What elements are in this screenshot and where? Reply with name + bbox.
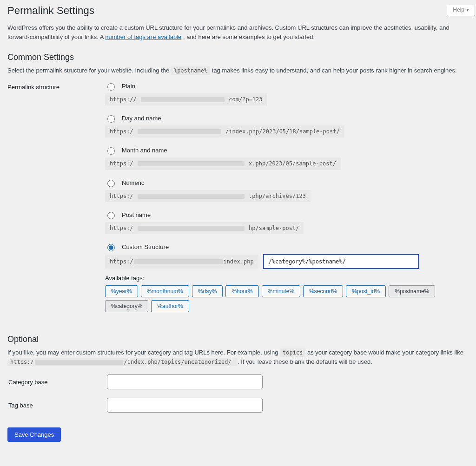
optional-desc: If you like, you may enter custom struct… xyxy=(7,348,469,366)
structure-option-custom: Custom Structure https:/ index.php xyxy=(105,243,469,312)
tag-button-monthnum[interactable]: %monthnum% xyxy=(141,285,189,297)
common-settings-heading: Common Settings xyxy=(7,53,469,62)
help-tab[interactable]: Help▾ xyxy=(447,5,475,16)
help-tab-label: Help xyxy=(453,7,464,13)
example-month-name: https:/ x.php/2023/05/sample-post/ xyxy=(105,158,341,170)
topics-code: topics xyxy=(280,348,305,357)
radio-day-name[interactable] xyxy=(107,115,115,123)
optional-heading: Optional xyxy=(7,335,469,344)
tag-button-day[interactable]: %day% xyxy=(192,285,223,297)
radio-month-name[interactable] xyxy=(107,147,115,155)
custom-url-prefix: https:/ index.php xyxy=(105,255,258,269)
chevron-down-icon: ▾ xyxy=(466,7,469,13)
tag-button-hour[interactable]: %hour% xyxy=(225,285,258,297)
tag-button-post_id[interactable]: %post_id% xyxy=(346,285,386,297)
tag-button-year[interactable]: %year% xyxy=(105,285,138,297)
tag-button-second[interactable]: %second% xyxy=(303,285,343,297)
available-tags-label: Available tags: xyxy=(105,275,469,282)
example-category-url: https://index.php/topics/uncategorized/ xyxy=(7,358,238,366)
redacted-domain xyxy=(141,97,225,102)
radio-plain[interactable] xyxy=(107,83,115,91)
tag-base-label: Tag base xyxy=(8,394,106,416)
redacted-domain xyxy=(134,259,223,264)
redacted-domain xyxy=(138,194,245,199)
page-title: Permalink Settings xyxy=(7,5,469,17)
postname-tag-inline: %postname% xyxy=(171,66,210,75)
structure-option-numeric: Numeric https:/ .php/archives/123 xyxy=(105,178,469,202)
structure-option-day-name: Day and name https:/ /index.php/2023/05/… xyxy=(105,114,469,138)
tag-button-minute[interactable]: %minute% xyxy=(262,285,300,297)
tag-button-category[interactable]: %category% xyxy=(105,300,148,312)
radio-custom[interactable] xyxy=(107,244,115,251)
structure-option-plain: Plain https:// com/?p=123 xyxy=(105,82,469,105)
example-plain: https:// com/?p=123 xyxy=(105,93,267,105)
radio-numeric[interactable] xyxy=(107,180,115,187)
category-base-input[interactable] xyxy=(107,374,263,389)
permalink-structure-label: Permalink structure xyxy=(7,79,105,324)
redacted-domain xyxy=(138,161,245,166)
radio-post-name[interactable] xyxy=(107,212,115,219)
category-base-label: Category base xyxy=(8,371,106,393)
example-day-name: https:/ /index.php/2023/05/18/sample-pos… xyxy=(105,125,344,138)
example-numeric: https:/ .php/archives/123 xyxy=(105,190,311,202)
example-post-name: https:/ hp/sample-post/ xyxy=(105,222,304,234)
common-settings-desc: Select the permalink structure for your … xyxy=(7,66,469,75)
tag-button-author[interactable]: %author% xyxy=(151,300,189,312)
intro-paragraph: WordPress offers you the ability to crea… xyxy=(7,23,469,41)
structure-option-month-name: Month and name https:/ x.php/2023/05/sam… xyxy=(105,146,469,170)
custom-structure-input[interactable] xyxy=(263,254,419,269)
available-tags: %year%%monthnum%%day%%hour%%minute%%seco… xyxy=(105,285,469,312)
redacted-domain xyxy=(35,360,123,365)
save-changes-button[interactable]: Save Changes xyxy=(7,427,61,442)
redacted-domain xyxy=(138,226,245,231)
structure-option-post-name: Post name https:/ hp/sample-post/ xyxy=(105,210,469,234)
tag-button-postname[interactable]: %postname% xyxy=(389,285,435,297)
tag-base-input[interactable] xyxy=(107,398,263,413)
redacted-domain xyxy=(138,129,221,134)
tags-link[interactable]: number of tags are available xyxy=(105,33,181,40)
